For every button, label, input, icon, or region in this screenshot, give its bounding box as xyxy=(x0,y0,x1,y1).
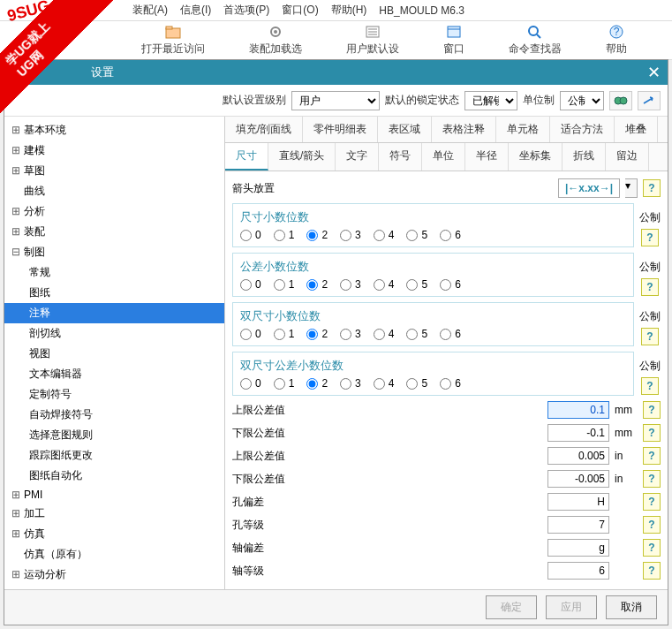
tree-item[interactable]: 图纸自动化 xyxy=(4,466,224,486)
tree-item[interactable]: ⊞运动分析 xyxy=(4,565,224,585)
toolbar-item[interactable]: 用户默认设 xyxy=(346,24,399,57)
radio-option[interactable]: 4 xyxy=(374,377,395,390)
help-icon[interactable]: ? xyxy=(643,516,661,534)
tab[interactable]: 堆叠 xyxy=(615,117,658,142)
help-icon[interactable]: ? xyxy=(643,179,661,197)
tree-item[interactable]: ⊞建模 xyxy=(4,140,224,161)
tree-item[interactable]: 图纸 xyxy=(4,283,224,303)
radio-option[interactable]: 3 xyxy=(340,278,361,291)
help-icon[interactable]: ? xyxy=(643,562,661,580)
tree-item[interactable]: ⊞分析 xyxy=(4,201,224,222)
help-icon[interactable]: ? xyxy=(641,229,659,246)
help-icon[interactable]: ? xyxy=(641,377,659,395)
radio-option[interactable]: 4 xyxy=(374,328,395,340)
menu-item[interactable]: 帮助(H) xyxy=(331,3,367,18)
arrow-style-button[interactable]: |←x.xx→| xyxy=(558,178,620,198)
value-input[interactable] xyxy=(547,424,609,442)
menu-item[interactable]: 信息(I) xyxy=(180,3,211,18)
radio-option[interactable]: 3 xyxy=(340,229,361,241)
radio-option[interactable]: 5 xyxy=(406,278,427,291)
toolbar-item[interactable]: ?帮助 xyxy=(606,24,627,57)
help-icon[interactable]: ? xyxy=(643,401,661,419)
expand-icon[interactable]: ⊞ xyxy=(11,144,24,156)
cancel-button[interactable]: 取消 xyxy=(606,595,657,619)
help-icon[interactable]: ? xyxy=(643,493,661,511)
value-input[interactable] xyxy=(547,562,609,580)
binoculars-icon[interactable] xyxy=(609,91,632,110)
tree-item[interactable]: 文本编辑器 xyxy=(4,364,224,384)
menu-item[interactable]: HB_MOULD M6.3 xyxy=(379,4,464,17)
tab[interactable]: 符号 xyxy=(379,143,422,171)
radio-option[interactable]: 1 xyxy=(274,278,295,291)
radio-option[interactable]: 5 xyxy=(406,328,427,340)
ok-button[interactable]: 确定 xyxy=(486,595,537,619)
value-input[interactable] xyxy=(547,401,609,419)
expand-icon[interactable]: ⊞ xyxy=(11,507,24,519)
level-select[interactable]: 用户 xyxy=(291,91,380,110)
tree-item[interactable]: ⊞仿真 xyxy=(4,524,224,544)
menu-item[interactable]: 装配(A) xyxy=(132,3,168,18)
tab[interactable]: 半径 xyxy=(465,143,509,171)
value-input[interactable] xyxy=(547,447,609,465)
toolbar-item[interactable]: 装配加载选 xyxy=(249,24,302,57)
expand-icon[interactable]: ⊞ xyxy=(11,489,24,501)
tab[interactable]: 文字 xyxy=(336,143,379,171)
tab[interactable]: 填充/剖面线 xyxy=(225,117,303,142)
tree-item[interactable]: 选择意图规则 xyxy=(4,425,224,445)
tree-item[interactable]: ⊞PMI xyxy=(4,486,224,504)
expand-icon[interactable]: ⊞ xyxy=(11,205,24,217)
value-input[interactable] xyxy=(547,470,609,488)
radio-option[interactable]: 6 xyxy=(440,377,461,390)
radio-option[interactable]: 3 xyxy=(340,377,361,390)
radio-option[interactable]: 3 xyxy=(340,328,361,340)
radio-option[interactable]: 1 xyxy=(274,229,295,241)
tree-item[interactable]: 仿真（原有） xyxy=(4,544,224,565)
radio-option[interactable]: 1 xyxy=(274,377,295,390)
tab[interactable]: 零件明细表 xyxy=(303,117,378,142)
tree-item[interactable]: ⊞装配 xyxy=(4,222,224,242)
radio-option[interactable]: 0 xyxy=(240,278,261,291)
toolbar-item[interactable]: 打开最近访问 xyxy=(141,24,205,57)
apply-button[interactable]: 应用 xyxy=(546,595,597,619)
arrow-style-dropdown[interactable]: ▾ xyxy=(625,178,638,198)
expand-icon[interactable]: ⊞ xyxy=(11,164,24,177)
tree-item[interactable]: ⊞草图 xyxy=(4,161,224,181)
expand-icon[interactable]: ⊞ xyxy=(11,124,24,136)
tab[interactable]: 直线/箭头 xyxy=(268,143,336,171)
expand-icon[interactable]: ⊞ xyxy=(11,225,24,238)
tab[interactable]: 表区域 xyxy=(378,117,432,142)
radio-option[interactable]: 4 xyxy=(374,278,395,291)
lock-select[interactable]: 已解锁 xyxy=(464,91,517,110)
tab[interactable]: 留边 xyxy=(606,143,649,171)
close-icon[interactable]: ✕ xyxy=(647,63,661,82)
tree-item[interactable]: ⊟制图 xyxy=(4,242,224,262)
tab[interactable]: 坐标集 xyxy=(509,143,563,171)
radio-option[interactable]: 1 xyxy=(274,328,295,340)
menu-item[interactable]: 窗口(O) xyxy=(282,3,318,18)
radio-option[interactable]: 6 xyxy=(440,229,461,241)
radio-option[interactable]: 2 xyxy=(306,377,328,390)
help-icon[interactable]: ? xyxy=(641,278,659,296)
tab[interactable]: 表格注释 xyxy=(432,117,496,142)
radio-option[interactable]: 2 xyxy=(306,278,328,291)
radio-option[interactable]: 6 xyxy=(440,328,461,340)
help-icon[interactable]: ? xyxy=(643,470,661,488)
radio-option[interactable]: 2 xyxy=(306,229,328,241)
tree-item[interactable]: ⊞加工 xyxy=(4,504,224,524)
value-input[interactable] xyxy=(547,493,609,511)
menu-item[interactable]: 首选项(P) xyxy=(223,3,269,18)
tree-item[interactable]: 自动焊接符号 xyxy=(4,405,224,425)
tab[interactable]: 单位 xyxy=(422,143,465,171)
radio-option[interactable]: 0 xyxy=(240,377,261,390)
tree-item[interactable]: 曲线 xyxy=(4,181,224,201)
tab[interactable]: 适合方法 xyxy=(550,117,615,142)
help-icon[interactable]: ? xyxy=(643,447,661,465)
radio-option[interactable]: 0 xyxy=(240,229,261,241)
expand-icon[interactable]: ⊟ xyxy=(11,246,24,258)
tab[interactable]: 折线 xyxy=(563,143,606,171)
tree-item[interactable]: 定制符号 xyxy=(4,384,224,405)
radio-option[interactable]: 6 xyxy=(440,278,461,291)
tree-item[interactable]: 注释 xyxy=(4,303,224,323)
radio-option[interactable]: 5 xyxy=(406,377,427,390)
tree-item[interactable]: 剖切线 xyxy=(4,323,224,344)
